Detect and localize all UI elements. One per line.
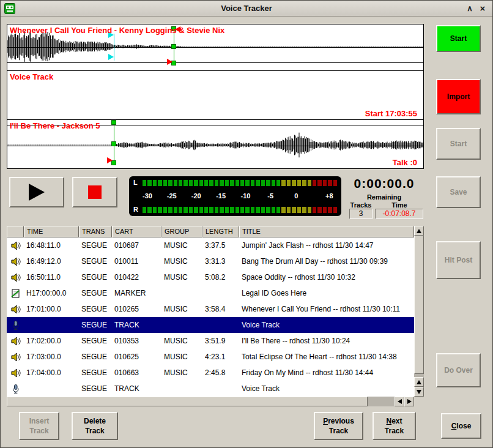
speaker-icon (10, 256, 21, 267)
meter-led (302, 207, 306, 213)
meter-led (245, 180, 249, 186)
meter-scale-label: +8 (325, 192, 333, 200)
hscroll-thumb[interactable] (7, 397, 368, 406)
segue-marker[interactable] (167, 59, 172, 65)
meter-led (272, 207, 275, 213)
cell-title: Legal ID Goes Here (239, 285, 414, 301)
cell-time: 17:04:00.0 (24, 365, 79, 381)
log-row[interactable]: 17:01:00.0SEGUE010265MUSIC3:58.4Whenever… (7, 301, 414, 317)
cell-title: I'll Be There -- rdhost 11/30 10:24 (239, 333, 414, 349)
cell-cart: 010663 (112, 365, 161, 381)
shade-button[interactable]: ∧ (464, 3, 475, 14)
meter-led (328, 207, 332, 213)
log-row[interactable]: 16:50:11.0SEGUE010422MUSIC5:08.2Space Od… (7, 269, 414, 285)
track-title-2: Voice Track (10, 72, 53, 81)
log-row[interactable]: 17:02:00.0SEGUE010353MUSIC3:51.9I'll Be … (7, 333, 414, 349)
start-track1-button[interactable]: Start (436, 25, 481, 52)
track-boundary-handle[interactable] (111, 141, 116, 146)
cell-group: MUSIC (161, 253, 202, 269)
meter-led (333, 180, 337, 186)
scroll-down-button[interactable] (414, 387, 424, 397)
do-over-button[interactable]: Do Over (436, 353, 481, 387)
horizontal-scrollbar[interactable] (7, 397, 414, 406)
segue-marker[interactable] (107, 157, 113, 163)
log-row[interactable]: SEGUETRACKVoice Track (7, 317, 414, 333)
gain-line (7, 47, 423, 48)
track-panel-2[interactable]: Voice Track Start 17:03:55 (7, 70, 424, 120)
meter-led (276, 207, 280, 213)
meter-led (333, 207, 337, 213)
cell-group (161, 317, 202, 333)
vscroll-thumb[interactable] (414, 236, 424, 374)
scroll-right-button[interactable] (404, 397, 414, 406)
cell-cart: TRACK (112, 381, 161, 397)
cell-length: 3:31.3 (202, 253, 239, 269)
meter-led (174, 207, 177, 213)
titlebar[interactable]: Voice Tracker ∧ × (1, 1, 492, 17)
scroll-up-button2[interactable] (414, 377, 424, 387)
previous-track-button[interactable]: Previous Track (314, 412, 363, 440)
play-button[interactable] (9, 177, 64, 207)
meter-left-leds (143, 180, 337, 186)
meter-led (308, 180, 311, 186)
next-track-button[interactable]: Next Track (373, 412, 416, 440)
meter-right-label: R (133, 206, 143, 213)
meter-led (215, 180, 218, 186)
cell-icon (7, 253, 24, 269)
meter-scale-label: -5 (267, 192, 273, 200)
hit-post-button[interactable]: Hit Post (436, 241, 481, 279)
track-panel-3[interactable]: I'll Be There - Jackson 5 Talk :0 (7, 119, 424, 169)
stop-button[interactable] (72, 177, 117, 207)
start-track2-button[interactable]: Start (436, 128, 481, 160)
log-row[interactable]: H17:00:00.0SEGUEMARKERLegal ID Goes Here (7, 285, 414, 301)
speaker-icon (10, 368, 21, 378)
import-button[interactable]: Import (436, 79, 481, 114)
gain-line (7, 146, 423, 146)
log-row[interactable]: 16:49:12.0SEGUE010011MUSIC3:31.3Bang The… (7, 253, 414, 269)
meter-led (302, 180, 306, 186)
log-row[interactable]: 17:04:00.0SEGUE010663MUSIC2:45.8Friday O… (7, 365, 414, 381)
hscroll-track[interactable] (368, 397, 395, 406)
cell-time: H17:00:00.0 (24, 285, 79, 301)
close-window-button[interactable]: × (477, 3, 488, 14)
meter-led (323, 207, 327, 213)
track-boundary-handle[interactable] (111, 120, 116, 125)
scroll-up-button[interactable] (414, 226, 424, 236)
track-panel-1[interactable]: Whenever I Call You Friend - Kenny Loggi… (7, 24, 424, 71)
cell-time: 17:02:00.0 (24, 333, 79, 349)
cell-icon (7, 285, 24, 301)
insert-label2: Track (29, 426, 48, 436)
meter-led (261, 180, 265, 186)
cell-icon (7, 269, 24, 285)
column-header-trans: TRANS (79, 226, 112, 237)
cell-length (202, 381, 239, 397)
meter-led (163, 207, 167, 213)
insert-track-button[interactable]: Insert Track (19, 412, 59, 440)
microphone-icon (10, 320, 21, 330)
cell-length (202, 317, 239, 333)
meter-led (292, 207, 295, 213)
cell-cart: TRACK (112, 317, 161, 333)
cell-trans: SEGUE (79, 333, 112, 349)
log-row[interactable]: 17:03:00.0SEGUE010625MUSIC4:23.1Total Ec… (7, 349, 414, 365)
track-boundary-handle[interactable] (171, 44, 176, 49)
meter-scale: -30-25-20-15-10-50+8 (143, 192, 337, 201)
speaker-icon (10, 304, 21, 315)
close-button[interactable]: Close (441, 413, 481, 439)
cell-cart: 010011 (112, 253, 161, 269)
log-row[interactable]: SEGUETRACKVoice Track (7, 381, 414, 397)
vertical-scrollbar[interactable] (414, 226, 424, 397)
fade-marker-handle[interactable] (108, 54, 114, 60)
speaker-icon (10, 352, 21, 362)
meter-left-label: L (133, 179, 143, 186)
cell-icon (7, 333, 24, 349)
previous-label: revious (328, 417, 354, 425)
meter-led (199, 207, 203, 213)
delete-track-button[interactable]: Delete Track (72, 412, 118, 440)
cell-icon (7, 237, 24, 253)
save-button[interactable]: Save (436, 176, 481, 208)
audio-meter: L -30-25-20-15-10-50+8 R (129, 176, 341, 216)
scroll-left-button[interactable] (395, 397, 404, 406)
cell-title: Bang The Drum All Day -- rdhost 11/30 09… (239, 253, 414, 269)
log-row[interactable]: 16:48:11.0SEGUE010687MUSIC3:37.5Jumpin' … (7, 237, 414, 253)
